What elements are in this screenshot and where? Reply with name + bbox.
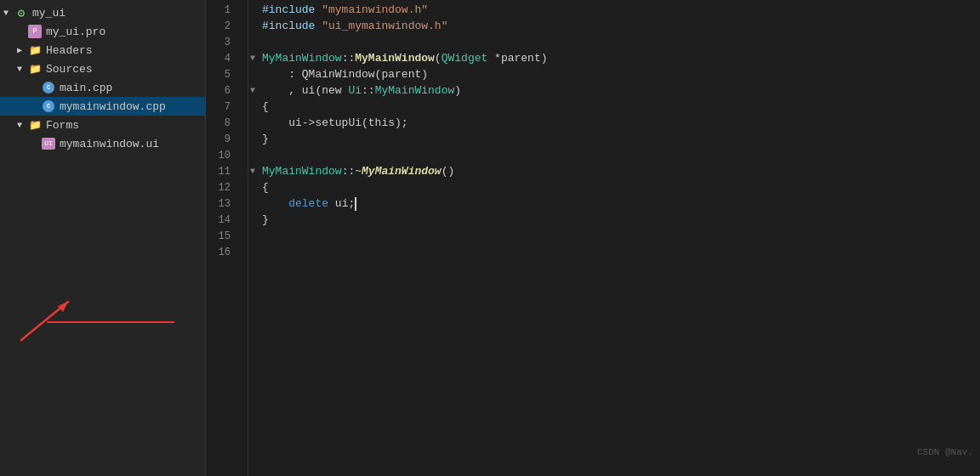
line-number-8: 8 bbox=[206, 115, 237, 131]
file-icon-my_ui_pro: P bbox=[27, 24, 43, 39]
sidebar-item-main_cpp[interactable]: Cmain.cpp bbox=[0, 78, 205, 97]
code-line-8[interactable]: ui->setupUi(this); bbox=[262, 115, 980, 131]
sidebar-item-my_ui[interactable]: ▼⚙my_ui bbox=[0, 3, 205, 22]
code-content[interactable]: #include "mymainwindow.h"#include "ui_my… bbox=[248, 0, 980, 476]
line-number-1: 1 bbox=[206, 2, 237, 18]
line-number-13: 13 bbox=[206, 196, 237, 212]
code-token: ) bbox=[454, 84, 461, 97]
line-number-16: 16 bbox=[206, 244, 237, 260]
tree-label-headers: Headers bbox=[46, 44, 202, 57]
code-token: MyMainWindow bbox=[362, 165, 442, 178]
code-token: "mymainwindow.h" bbox=[322, 3, 428, 16]
file-icon-mymainwindow_ui: UI bbox=[41, 136, 56, 151]
line-number-9: 9 bbox=[206, 131, 237, 147]
line-number-2: 2 bbox=[206, 18, 237, 34]
code-token: ui; bbox=[328, 197, 355, 210]
line-number-12: 12 bbox=[206, 179, 237, 196]
line-number-4: 4 bbox=[206, 50, 237, 66]
code-token: : QMainWindow(parent) bbox=[262, 68, 428, 81]
line-number-14: 14 bbox=[206, 212, 237, 228]
code-token: ( bbox=[435, 52, 442, 65]
code-token: () bbox=[442, 165, 455, 178]
code-token: { bbox=[262, 181, 269, 194]
tree-label-mymainwindow_ui: mymainwindow.ui bbox=[60, 138, 202, 150]
file-icon-headers: 📁 bbox=[27, 42, 43, 58]
code-token: #include bbox=[262, 20, 322, 32]
sidebar-item-mymainwindow_ui[interactable]: UImymainwindow.ui bbox=[0, 134, 205, 153]
code-token: delete bbox=[288, 197, 328, 210]
code-line-2[interactable]: #include "ui_mymainwindow.h" bbox=[262, 18, 980, 34]
code-token: } bbox=[262, 213, 269, 226]
tree-label-main_cpp: main.cpp bbox=[60, 82, 202, 94]
sidebar-item-my_ui_pro[interactable]: Pmy_ui.pro bbox=[0, 22, 205, 41]
code-line-10[interactable] bbox=[262, 147, 980, 163]
code-line-12[interactable]: { bbox=[262, 179, 980, 196]
editor: 12345678910111213141516 #include "mymain… bbox=[206, 0, 980, 476]
sidebar-item-sources[interactable]: ▼📁Sources bbox=[0, 60, 205, 78]
code-token: { bbox=[262, 100, 269, 113]
code-token: *parent) bbox=[487, 52, 547, 65]
code-line-16[interactable] bbox=[262, 244, 980, 260]
tree-label-my_ui_pro: my_ui.pro bbox=[46, 26, 202, 38]
code-line-4[interactable]: ▼MyMainWindow::MyMainWindow(QWidget *par… bbox=[262, 50, 980, 66]
line-number-15: 15 bbox=[206, 228, 237, 244]
file-icon-forms: 📁 bbox=[27, 117, 43, 133]
code-token: :: bbox=[342, 165, 356, 178]
sidebar-item-headers[interactable]: ▶📁Headers bbox=[0, 41, 205, 60]
code-token: #include bbox=[262, 3, 322, 16]
tree-label-sources: Sources bbox=[46, 63, 202, 76]
code-line-14[interactable]: } bbox=[262, 212, 980, 228]
code-line-11[interactable]: ▼MyMainWindow::~MyMainWindow() bbox=[262, 163, 980, 179]
sidebar-item-forms[interactable]: ▼📁Forms bbox=[0, 116, 205, 134]
file-icon-main_cpp: C bbox=[41, 80, 56, 95]
tree-arrow-forms[interactable]: ▼ bbox=[17, 121, 27, 130]
code-token: Ui bbox=[348, 84, 362, 97]
red-underline-annotation bbox=[47, 320, 174, 323]
tree-arrow-headers[interactable]: ▶ bbox=[17, 45, 27, 55]
watermark: CSDN @Nav. bbox=[917, 447, 973, 457]
code-token: MyMainWindow bbox=[355, 52, 435, 65]
line-number-7: 7 bbox=[206, 99, 237, 115]
svg-marker-1 bbox=[58, 302, 68, 312]
code-token: :: bbox=[342, 52, 356, 65]
tree-label-forms: Forms bbox=[46, 119, 202, 132]
file-icon-sources: 📁 bbox=[27, 61, 43, 76]
line-numbers: 12345678910111213141516 bbox=[206, 0, 248, 476]
code-token: ~ bbox=[355, 165, 362, 178]
code-token: QWidget bbox=[442, 52, 488, 65]
code-line-1[interactable]: #include "mymainwindow.h" bbox=[262, 2, 980, 18]
line-number-6: 6 bbox=[206, 82, 237, 99]
line-number-3: 3 bbox=[206, 34, 237, 50]
line-number-10: 10 bbox=[206, 147, 237, 163]
red-arrow-annotation bbox=[9, 293, 94, 344]
tree-label-my_ui: my_ui bbox=[32, 7, 202, 20]
sidebar-item-mymainwindow_cpp[interactable]: Cmymainwindow.cpp bbox=[0, 97, 205, 116]
fold-arrow-11[interactable]: ▼ bbox=[250, 167, 255, 176]
code-line-6[interactable]: ▼ , ui(new Ui::MyMainWindow) bbox=[262, 82, 980, 99]
line-number-5: 5 bbox=[206, 66, 237, 82]
code-token: "ui_mymainwindow.h" bbox=[322, 20, 447, 32]
file-icon-mymainwindow_cpp: C bbox=[41, 99, 56, 114]
code-token: } bbox=[262, 133, 269, 145]
tree-label-mymainwindow_cpp: mymainwindow.cpp bbox=[60, 100, 202, 113]
code-line-9[interactable]: } bbox=[262, 131, 980, 147]
code-token: MyMainWindow bbox=[262, 52, 342, 65]
code-token: , ui(new bbox=[262, 84, 348, 97]
code-line-13[interactable]: delete ui; bbox=[262, 196, 980, 212]
text-cursor bbox=[355, 197, 356, 211]
fold-arrow-4[interactable]: ▼ bbox=[250, 54, 255, 63]
tree-arrow-sources[interactable]: ▼ bbox=[17, 65, 27, 74]
line-number-11: 11 bbox=[206, 163, 237, 179]
sidebar: ▼⚙my_uiPmy_ui.pro▶📁Headers▼📁SourcesCmain… bbox=[0, 0, 206, 476]
code-line-15[interactable] bbox=[262, 228, 980, 244]
code-token bbox=[262, 197, 288, 210]
code-token: :: bbox=[362, 84, 375, 97]
code-token: ui->setupUi(this); bbox=[262, 116, 408, 129]
file-icon-my_ui: ⚙ bbox=[14, 5, 29, 20]
code-line-7[interactable]: { bbox=[262, 99, 980, 115]
tree-arrow-my_ui[interactable]: ▼ bbox=[3, 8, 14, 18]
fold-arrow-6[interactable]: ▼ bbox=[250, 86, 255, 95]
code-token: MyMainWindow bbox=[262, 165, 342, 178]
code-line-5[interactable]: : QMainWindow(parent) bbox=[262, 66, 980, 82]
code-line-3[interactable] bbox=[262, 34, 980, 50]
